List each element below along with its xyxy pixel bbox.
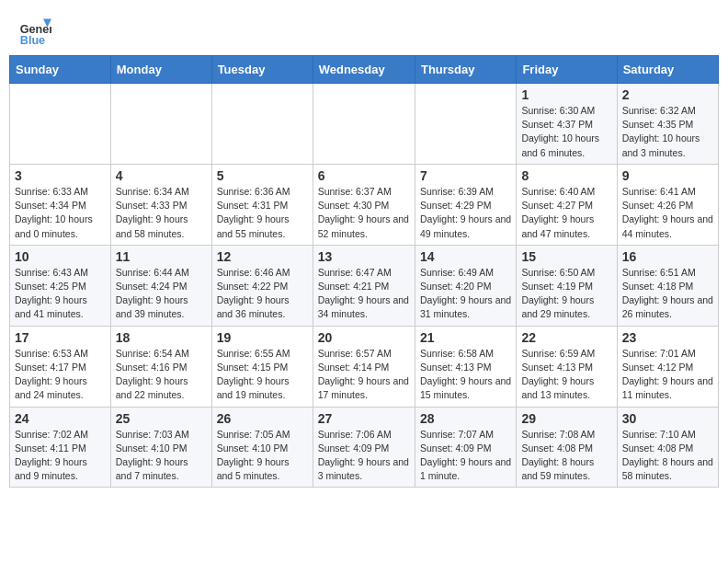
calendar-container: SundayMondayTuesdayWednesdayThursdayFrid…: [0, 55, 728, 497]
day-info: Sunrise: 7:07 AM Sunset: 4:09 PM Dayligh…: [420, 428, 511, 484]
day-cell: [313, 84, 415, 165]
day-cell: 6Sunrise: 6:37 AM Sunset: 4:30 PM Daylig…: [313, 164, 415, 245]
day-cell: 24Sunrise: 7:02 AM Sunset: 4:11 PM Dayli…: [10, 407, 111, 488]
calendar-table: SundayMondayTuesdayWednesdayThursdayFrid…: [9, 55, 719, 488]
logo-icon: General Blue: [18, 15, 51, 48]
day-info: Sunrise: 6:47 AM Sunset: 4:21 PM Dayligh…: [318, 266, 410, 322]
day-info: Sunrise: 6:30 AM Sunset: 4:37 PM Dayligh…: [521, 104, 611, 160]
day-number: 8: [521, 168, 611, 183]
day-cell: 7Sunrise: 6:39 AM Sunset: 4:29 PM Daylig…: [415, 164, 516, 245]
day-info: Sunrise: 6:43 AM Sunset: 4:25 PM Dayligh…: [15, 266, 106, 322]
day-cell: 18Sunrise: 6:54 AM Sunset: 4:16 PM Dayli…: [110, 326, 211, 407]
col-header-thursday: Thursday: [415, 56, 516, 84]
week-row-5: 24Sunrise: 7:02 AM Sunset: 4:11 PM Dayli…: [10, 407, 719, 488]
day-cell: [415, 84, 516, 165]
day-info: Sunrise: 6:34 AM Sunset: 4:33 PM Dayligh…: [116, 185, 207, 241]
day-number: 11: [116, 249, 207, 264]
day-info: Sunrise: 7:08 AM Sunset: 4:08 PM Dayligh…: [521, 428, 611, 484]
day-cell: 30Sunrise: 7:10 AM Sunset: 4:08 PM Dayli…: [617, 407, 718, 488]
day-number: 3: [15, 168, 106, 183]
day-number: 30: [622, 411, 713, 426]
day-cell: [10, 84, 111, 165]
day-info: Sunrise: 6:54 AM Sunset: 4:16 PM Dayligh…: [116, 347, 207, 403]
day-number: 1: [521, 87, 611, 102]
day-cell: 23Sunrise: 7:01 AM Sunset: 4:12 PM Dayli…: [617, 326, 718, 407]
day-cell: [211, 84, 313, 165]
day-cell: 19Sunrise: 6:55 AM Sunset: 4:15 PM Dayli…: [211, 326, 313, 407]
day-info: Sunrise: 6:58 AM Sunset: 4:13 PM Dayligh…: [420, 347, 511, 403]
day-number: 17: [15, 330, 106, 345]
day-info: Sunrise: 7:10 AM Sunset: 4:08 PM Dayligh…: [622, 428, 713, 484]
day-number: 18: [116, 330, 207, 345]
day-cell: 27Sunrise: 7:06 AM Sunset: 4:09 PM Dayli…: [313, 407, 415, 488]
day-cell: 1Sunrise: 6:30 AM Sunset: 4:37 PM Daylig…: [517, 84, 617, 165]
day-info: Sunrise: 6:37 AM Sunset: 4:30 PM Dayligh…: [318, 185, 410, 241]
day-info: Sunrise: 7:03 AM Sunset: 4:10 PM Dayligh…: [116, 428, 207, 484]
day-info: Sunrise: 6:32 AM Sunset: 4:35 PM Dayligh…: [622, 104, 713, 160]
day-info: Sunrise: 7:01 AM Sunset: 4:12 PM Dayligh…: [622, 347, 713, 403]
day-cell: 5Sunrise: 6:36 AM Sunset: 4:31 PM Daylig…: [211, 164, 313, 245]
col-header-friday: Friday: [517, 56, 617, 84]
day-cell: 13Sunrise: 6:47 AM Sunset: 4:21 PM Dayli…: [313, 245, 415, 326]
day-info: Sunrise: 6:59 AM Sunset: 4:13 PM Dayligh…: [521, 347, 611, 403]
day-info: Sunrise: 6:55 AM Sunset: 4:15 PM Dayligh…: [217, 347, 308, 403]
day-number: 26: [217, 411, 308, 426]
day-cell: 28Sunrise: 7:07 AM Sunset: 4:09 PM Dayli…: [415, 407, 516, 488]
day-info: Sunrise: 6:44 AM Sunset: 4:24 PM Dayligh…: [116, 266, 207, 322]
day-cell: 2Sunrise: 6:32 AM Sunset: 4:35 PM Daylig…: [617, 84, 718, 165]
day-number: 15: [521, 249, 611, 264]
col-header-sunday: Sunday: [10, 56, 111, 84]
day-info: Sunrise: 6:49 AM Sunset: 4:20 PM Dayligh…: [420, 266, 511, 322]
day-info: Sunrise: 6:41 AM Sunset: 4:26 PM Dayligh…: [622, 185, 713, 241]
day-cell: 12Sunrise: 6:46 AM Sunset: 4:22 PM Dayli…: [211, 245, 313, 326]
logo: General Blue: [18, 15, 55, 48]
day-info: Sunrise: 7:06 AM Sunset: 4:09 PM Dayligh…: [318, 428, 410, 484]
calendar-header: SundayMondayTuesdayWednesdayThursdayFrid…: [10, 56, 719, 84]
day-number: 13: [318, 249, 410, 264]
col-header-monday: Monday: [110, 56, 211, 84]
day-number: 24: [15, 411, 106, 426]
day-number: 14: [420, 249, 511, 264]
day-number: 27: [318, 411, 410, 426]
col-header-saturday: Saturday: [617, 56, 718, 84]
day-cell: 22Sunrise: 6:59 AM Sunset: 4:13 PM Dayli…: [517, 326, 617, 407]
day-info: Sunrise: 6:33 AM Sunset: 4:34 PM Dayligh…: [15, 185, 106, 241]
day-info: Sunrise: 6:39 AM Sunset: 4:29 PM Dayligh…: [420, 185, 511, 241]
day-number: 5: [217, 168, 308, 183]
day-number: 20: [318, 330, 410, 345]
day-number: 22: [521, 330, 611, 345]
day-cell: 29Sunrise: 7:08 AM Sunset: 4:08 PM Dayli…: [517, 407, 617, 488]
day-cell: 21Sunrise: 6:58 AM Sunset: 4:13 PM Dayli…: [415, 326, 516, 407]
day-info: Sunrise: 6:50 AM Sunset: 4:19 PM Dayligh…: [521, 266, 611, 322]
day-info: Sunrise: 7:02 AM Sunset: 4:11 PM Dayligh…: [15, 428, 106, 484]
day-number: 4: [116, 168, 207, 183]
day-cell: 9Sunrise: 6:41 AM Sunset: 4:26 PM Daylig…: [617, 164, 718, 245]
day-cell: 17Sunrise: 6:53 AM Sunset: 4:17 PM Dayli…: [10, 326, 111, 407]
day-cell: 14Sunrise: 6:49 AM Sunset: 4:20 PM Dayli…: [415, 245, 516, 326]
page-header: General Blue: [0, 0, 728, 55]
day-cell: 8Sunrise: 6:40 AM Sunset: 4:27 PM Daylig…: [517, 164, 617, 245]
day-number: 21: [420, 330, 511, 345]
day-cell: 4Sunrise: 6:34 AM Sunset: 4:33 PM Daylig…: [110, 164, 211, 245]
day-cell: 15Sunrise: 6:50 AM Sunset: 4:19 PM Dayli…: [517, 245, 617, 326]
day-cell: 26Sunrise: 7:05 AM Sunset: 4:10 PM Dayli…: [211, 407, 313, 488]
day-info: Sunrise: 6:51 AM Sunset: 4:18 PM Dayligh…: [622, 266, 713, 322]
col-header-wednesday: Wednesday: [313, 56, 415, 84]
week-row-1: 1Sunrise: 6:30 AM Sunset: 4:37 PM Daylig…: [10, 84, 719, 165]
day-cell: [110, 84, 211, 165]
day-info: Sunrise: 6:46 AM Sunset: 4:22 PM Dayligh…: [217, 266, 308, 322]
week-row-2: 3Sunrise: 6:33 AM Sunset: 4:34 PM Daylig…: [10, 164, 719, 245]
day-number: 6: [318, 168, 410, 183]
svg-text:Blue: Blue: [20, 34, 45, 47]
week-row-3: 10Sunrise: 6:43 AM Sunset: 4:25 PM Dayli…: [10, 245, 719, 326]
day-number: 19: [217, 330, 308, 345]
day-cell: 3Sunrise: 6:33 AM Sunset: 4:34 PM Daylig…: [10, 164, 111, 245]
day-cell: 16Sunrise: 6:51 AM Sunset: 4:18 PM Dayli…: [617, 245, 718, 326]
day-info: Sunrise: 6:36 AM Sunset: 4:31 PM Dayligh…: [217, 185, 308, 241]
day-number: 28: [420, 411, 511, 426]
day-info: Sunrise: 6:40 AM Sunset: 4:27 PM Dayligh…: [521, 185, 611, 241]
day-number: 7: [420, 168, 511, 183]
day-number: 10: [15, 249, 106, 264]
day-cell: 25Sunrise: 7:03 AM Sunset: 4:10 PM Dayli…: [110, 407, 211, 488]
col-header-tuesday: Tuesday: [211, 56, 313, 84]
